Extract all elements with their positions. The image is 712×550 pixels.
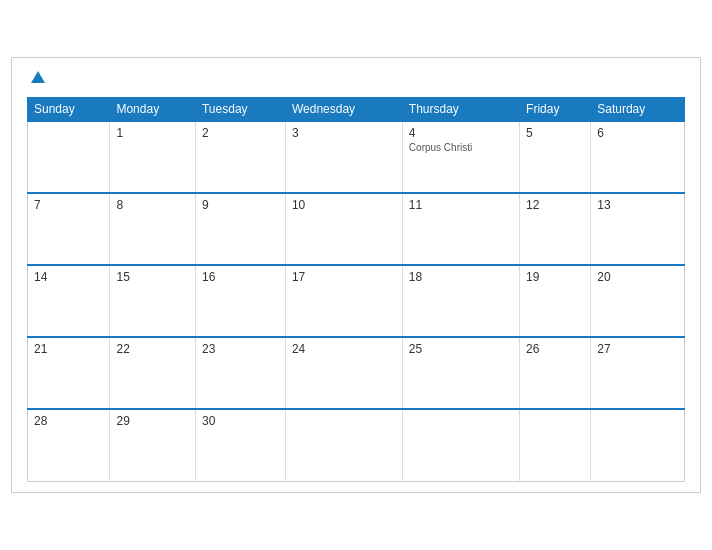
- calendar-cell: 12: [520, 193, 591, 265]
- day-number: 27: [597, 342, 678, 356]
- calendar-cell: 10: [285, 193, 402, 265]
- calendar-cell: 7: [28, 193, 110, 265]
- weekday-header-saturday: Saturday: [591, 98, 685, 122]
- day-number: 18: [409, 270, 513, 284]
- calendar-cell: [520, 409, 591, 481]
- calendar-cell: 22: [110, 337, 196, 409]
- week-row-3: 14151617181920: [28, 265, 685, 337]
- calendar-container: SundayMondayTuesdayWednesdayThursdayFrid…: [11, 57, 701, 493]
- calendar-header: [27, 73, 685, 85]
- day-number: 3: [292, 126, 396, 140]
- day-number: 14: [34, 270, 103, 284]
- calendar-cell: 11: [402, 193, 519, 265]
- calendar-cell: 4Corpus Christi: [402, 121, 519, 193]
- weekday-header-tuesday: Tuesday: [195, 98, 285, 122]
- day-number: 1: [116, 126, 189, 140]
- week-row-2: 78910111213: [28, 193, 685, 265]
- day-number: 24: [292, 342, 396, 356]
- day-number: 26: [526, 342, 584, 356]
- week-row-5: 282930: [28, 409, 685, 481]
- week-row-4: 21222324252627: [28, 337, 685, 409]
- logo: [27, 73, 45, 85]
- day-number: 25: [409, 342, 513, 356]
- day-number: 28: [34, 414, 103, 428]
- day-number: 5: [526, 126, 584, 140]
- calendar-cell: [591, 409, 685, 481]
- day-number: 4: [409, 126, 513, 140]
- holiday-name: Corpus Christi: [409, 142, 513, 153]
- calendar-cell: 15: [110, 265, 196, 337]
- calendar-cell: 2: [195, 121, 285, 193]
- day-number: 11: [409, 198, 513, 212]
- calendar-cell: 3: [285, 121, 402, 193]
- week-row-1: 1234Corpus Christi56: [28, 121, 685, 193]
- day-number: 29: [116, 414, 189, 428]
- day-number: 8: [116, 198, 189, 212]
- calendar-cell: 20: [591, 265, 685, 337]
- calendar-cell: 28: [28, 409, 110, 481]
- day-number: 16: [202, 270, 279, 284]
- calendar-cell: 17: [285, 265, 402, 337]
- calendar-cell: [402, 409, 519, 481]
- day-number: 9: [202, 198, 279, 212]
- calendar-cell: 14: [28, 265, 110, 337]
- day-number: 21: [34, 342, 103, 356]
- weekday-header-row: SundayMondayTuesdayWednesdayThursdayFrid…: [28, 98, 685, 122]
- calendar-cell: 19: [520, 265, 591, 337]
- weekday-header-friday: Friday: [520, 98, 591, 122]
- day-number: 10: [292, 198, 396, 212]
- calendar-cell: 26: [520, 337, 591, 409]
- calendar-cell: 23: [195, 337, 285, 409]
- calendar-cell: 13: [591, 193, 685, 265]
- calendar-cell: 6: [591, 121, 685, 193]
- day-number: 15: [116, 270, 189, 284]
- day-number: 22: [116, 342, 189, 356]
- logo-triangle-icon: [31, 71, 45, 83]
- calendar-cell: 5: [520, 121, 591, 193]
- calendar-cell: 30: [195, 409, 285, 481]
- weekday-header-thursday: Thursday: [402, 98, 519, 122]
- day-number: 7: [34, 198, 103, 212]
- calendar-cell: 27: [591, 337, 685, 409]
- day-number: 2: [202, 126, 279, 140]
- weekday-header-monday: Monday: [110, 98, 196, 122]
- day-number: 19: [526, 270, 584, 284]
- calendar-cell: 1: [110, 121, 196, 193]
- calendar-cell: 25: [402, 337, 519, 409]
- day-number: 30: [202, 414, 279, 428]
- day-number: 12: [526, 198, 584, 212]
- calendar-cell: 18: [402, 265, 519, 337]
- calendar-cell: 24: [285, 337, 402, 409]
- day-number: 17: [292, 270, 396, 284]
- calendar-cell: [28, 121, 110, 193]
- calendar-cell: 29: [110, 409, 196, 481]
- day-number: 23: [202, 342, 279, 356]
- calendar-grid: SundayMondayTuesdayWednesdayThursdayFrid…: [27, 97, 685, 482]
- calendar-cell: 9: [195, 193, 285, 265]
- day-number: 6: [597, 126, 678, 140]
- calendar-cell: 8: [110, 193, 196, 265]
- calendar-cell: 16: [195, 265, 285, 337]
- day-number: 20: [597, 270, 678, 284]
- day-number: 13: [597, 198, 678, 212]
- calendar-cell: 21: [28, 337, 110, 409]
- weekday-header-wednesday: Wednesday: [285, 98, 402, 122]
- calendar-cell: [285, 409, 402, 481]
- weekday-header-sunday: Sunday: [28, 98, 110, 122]
